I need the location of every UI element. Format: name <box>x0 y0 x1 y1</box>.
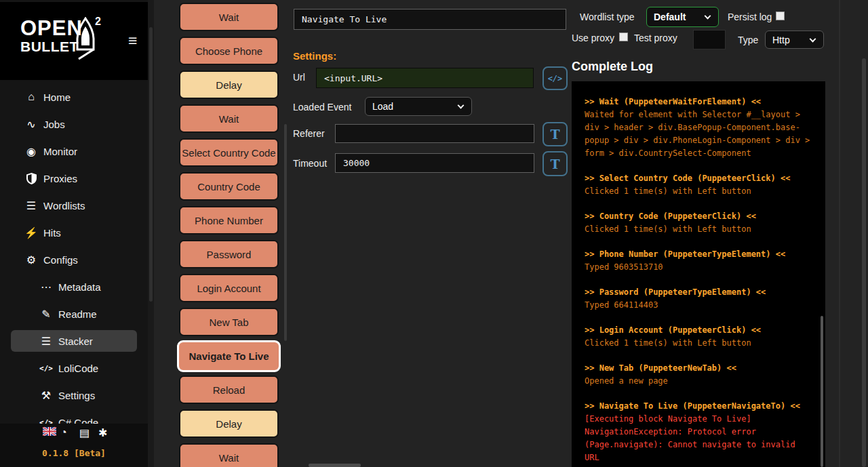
stack-block-delay[interactable]: Delay <box>179 409 279 438</box>
stack-block-login-account[interactable]: Login Account <box>179 274 279 302</box>
version-label: 0.1.8 [Beta] <box>0 448 148 458</box>
settings-heading: Settings: <box>293 50 336 62</box>
loaded-event-select[interactable]: Load <box>365 97 472 116</box>
sidebar-item-label: Metadata <box>58 281 101 293</box>
timeout-type-button[interactable]: T <box>542 151 568 176</box>
log-entry: >> Country Code (PuppeteerClick) <<Click… <box>585 210 812 236</box>
sidebar-item-label: Stacker <box>58 336 93 347</box>
stack-block-delay[interactable]: Delay <box>179 70 279 99</box>
stack-block-reload[interactable]: Reload <box>179 375 279 404</box>
sidebar-item-label: Proxies <box>43 173 77 184</box>
log-entry-line: BOT ENDED AFTER 29603 ms WITH STATUS: ER… <box>585 464 812 467</box>
log-entry-line: Clicked 1 time(s) with Left button <box>585 223 812 236</box>
log-entry-header: >> Login Account (PuppeteerClick) << <box>585 324 812 337</box>
stack-block-wait[interactable]: Wait <box>179 104 279 133</box>
panel-divider <box>839 0 840 467</box>
app-logo[interactable]: OPEN BULLET 2 ≡ <box>0 2 148 80</box>
sidebar-item-label: Home <box>43 92 71 103</box>
sidebar-item-stacker[interactable]: ☰Stacker <box>11 330 137 352</box>
proxy-type-select[interactable]: Http <box>765 31 824 49</box>
sidebar-item-wordlists[interactable]: ☰Wordlists <box>0 192 148 219</box>
chevron-down-icon <box>458 102 465 109</box>
test-proxy-input[interactable] <box>693 30 726 49</box>
referer-input[interactable] <box>335 124 534 143</box>
complete-log-title: Complete Log <box>572 60 653 74</box>
menu-toggle-icon[interactable]: ≡ <box>128 32 137 50</box>
loaded-event-label: Loaded Event <box>293 102 351 113</box>
wordlist-type-value: Default <box>654 12 686 22</box>
logo-superscript: 2 <box>95 16 101 28</box>
sidebar-item-home[interactable]: ⌂Home <box>0 83 148 110</box>
log-entry-line: [Executing block Navigate To Live] <box>585 413 812 426</box>
home-icon: ⌂ <box>23 91 39 103</box>
variable-mode-button[interactable]: </> <box>542 66 568 90</box>
sidebar-item-lolicode[interactable]: </>LoliCode <box>0 354 148 382</box>
horizontal-scrollbar-thumb[interactable] <box>309 464 361 467</box>
log-entry-line: Clicked 1 time(s) with Left button <box>585 185 812 198</box>
stack-block-password[interactable]: Password <box>179 240 279 268</box>
log-scrollbar-thumb[interactable] <box>821 316 823 467</box>
log-entry-header: >> Password (PuppeteerTypeElement) << <box>585 286 812 299</box>
complete-log-panel: >> Wait (PuppeteerWaitForElement) <<Wait… <box>572 81 825 467</box>
log-entry-header: >> Country Code (PuppeteerClick) << <box>585 210 812 223</box>
readme-pencil-icon: ✎ <box>38 308 54 321</box>
language-flag-icon[interactable] <box>43 426 56 439</box>
stack-block-navigate-to-live-selected[interactable]: Navigate To Live <box>177 340 281 372</box>
sidebar-item-label: LoliCode <box>58 363 98 374</box>
log-entry-header: >> Navigate To Live (PuppeteerNavigateTo… <box>585 400 812 413</box>
proxies-shield-icon <box>23 173 39 184</box>
bug-report-icon[interactable]: ✱ <box>98 426 107 439</box>
sidebar-item-metadata[interactable]: ⋯Metadata <box>0 273 148 300</box>
jobs-pulse-icon: ∿ <box>23 118 39 131</box>
sidebar-item-jobs[interactable]: ∿Jobs <box>0 110 148 138</box>
log-entry-line: Typed 664114403 <box>585 299 812 312</box>
sidebar-item-label: Settings <box>58 390 95 401</box>
stack-block-choose-phone[interactable]: Choose Phone <box>179 37 279 65</box>
sidebar-item-configs[interactable]: ⚙Configs <box>0 246 148 273</box>
url-field-label: Url <box>293 72 305 83</box>
log-entry-line: NavigationException: Protocol error (Pag… <box>585 426 812 464</box>
bullet-logo-icon <box>73 17 98 64</box>
stack-block-phone-number[interactable]: Phone Number <box>179 206 279 235</box>
timeout-input[interactable] <box>335 153 534 173</box>
stack-block-new-tab[interactable]: New Tab <box>179 308 279 336</box>
sidebar-item-label: Hits <box>43 227 61 239</box>
sidebar-scrollbar-thumb[interactable] <box>149 27 153 302</box>
referer-type-button[interactable]: T <box>542 122 568 146</box>
stack-block-wait[interactable]: Wait <box>179 443 279 467</box>
log-entry-line: Opened a new page <box>585 375 812 388</box>
sidebar-item-monitor[interactable]: ◉Monitor <box>0 138 148 165</box>
sidebar-footer: 0.1.8 [Beta] ◔▤✱ <box>0 424 148 467</box>
proxy-type-label: Type <box>738 35 758 45</box>
sidebar-item-proxies[interactable]: Proxies <box>0 165 148 192</box>
stack-scrollbar-thumb[interactable] <box>284 124 287 341</box>
sidebar-item-label: Readme <box>58 308 97 320</box>
log-entry: >> Phone Number (PuppeteerTypeElement) <… <box>585 248 812 274</box>
metadata-ellipsis-icon: ⋯ <box>38 281 54 293</box>
log-entry: >> New Tab (PuppeteerNewTab) <<Opened a … <box>585 362 812 388</box>
sidebar-item-settings[interactable]: ⚒Settings <box>0 382 148 409</box>
sidebar-item-label: Jobs <box>43 119 65 130</box>
stack-block-country-code[interactable]: Country Code <box>179 172 279 201</box>
persist-log-checkbox[interactable] <box>776 12 785 20</box>
loaded-event-value: Load <box>372 101 393 112</box>
proxy-type-value: Http <box>772 35 790 45</box>
window-scrollbar-thumb[interactable] <box>862 58 866 467</box>
globe-time-icon[interactable]: ◔ <box>60 426 67 439</box>
log-entry-line: Typed 9603513710 <box>585 261 812 274</box>
sidebar-item-label: Configs <box>43 254 78 266</box>
chevron-down-icon <box>705 13 711 20</box>
stack-block-select-country-code[interactable]: Select Country Code <box>179 138 279 167</box>
sidebar-item-hits[interactable]: ⚡Hits <box>0 219 148 246</box>
sidebar: OPEN BULLET 2 ≡ ⌂Home∿Jobs◉MonitorProxie… <box>0 0 148 467</box>
changelog-book-icon[interactable]: ▤ <box>79 426 90 439</box>
label-heading: Label: <box>293 0 323 2</box>
referer-field-label: Referer <box>293 128 325 139</box>
sidebar-item-readme[interactable]: ✎Readme <box>0 300 148 327</box>
block-label-input[interactable] <box>294 9 566 30</box>
hits-lightning-icon: ⚡ <box>23 226 39 239</box>
url-input[interactable] <box>316 68 534 88</box>
wordlist-type-select[interactable]: Default <box>646 7 719 27</box>
stack-block-wait[interactable]: Wait <box>179 3 279 31</box>
use-proxy-checkbox[interactable] <box>619 33 628 41</box>
